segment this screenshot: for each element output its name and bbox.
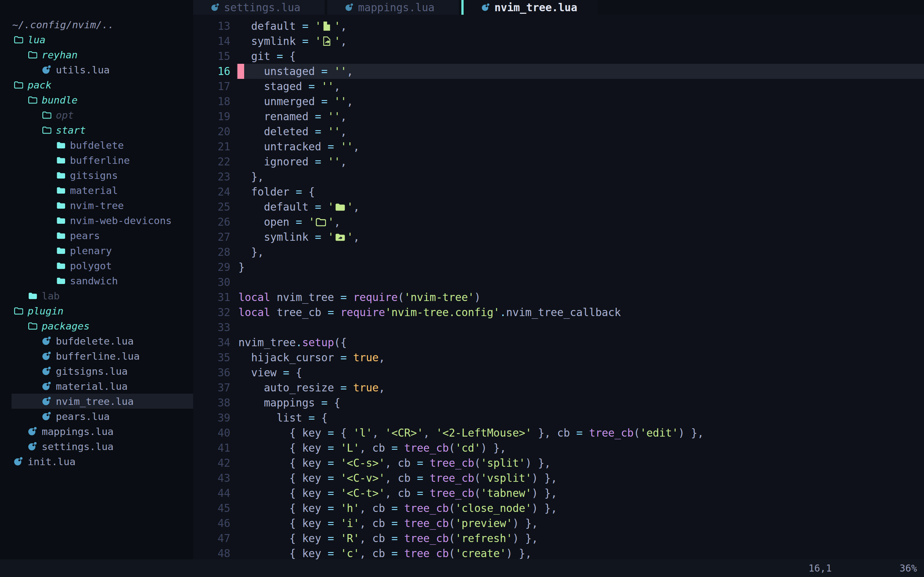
tree-item-bufferline[interactable]: bufferline — [55, 153, 130, 168]
code-line-39[interactable]: 39 list = { — [193, 410, 924, 425]
file-symlink-glyph-icon — [321, 34, 334, 49]
lua-icon — [26, 441, 38, 452]
code-line-33[interactable]: 33 — [193, 320, 924, 335]
tree-item-nvim-web-devicons[interactable]: nvim-web-devicons — [55, 213, 172, 228]
tree-item-material[interactable]: material — [55, 183, 118, 198]
code-line-19[interactable]: 19 renamed = '', — [193, 109, 924, 124]
code-line-48[interactable]: 48 { key = 'c', cb = tree_cb('create') }… — [193, 546, 924, 559]
code-line-42[interactable]: 42 { key = '<C-s>', cb = tree_cb('split'… — [193, 456, 924, 471]
lua-icon — [40, 350, 52, 362]
statusline: 16,1 36% — [0, 559, 924, 577]
code-line-28[interactable]: 28 }, — [193, 245, 924, 259]
code-line-14[interactable]: 14 symlink = '', — [193, 34, 924, 49]
tree-item-label: plenary — [70, 245, 112, 256]
code-line-30[interactable]: 30 — [193, 275, 924, 290]
tree-item-polygot[interactable]: polygot — [55, 258, 112, 273]
line-number: 15 — [193, 49, 230, 64]
code-line-24[interactable]: 24 folder = { — [193, 184, 924, 199]
tree-item-sandwich[interactable]: sandwich — [55, 273, 118, 288]
code-line-43[interactable]: 43 { key = '<C-v>', cb = tree_cb('vsplit… — [193, 471, 924, 486]
tree-item-bufferline.lua[interactable]: bufferline.lua — [40, 348, 140, 364]
code-line-40[interactable]: 40 { key = { 'l', '<CR>', '<2-LeftMouse>… — [193, 425, 924, 440]
line-number: 43 — [193, 471, 230, 486]
tree-item-start[interactable]: start — [40, 122, 86, 137]
tree-item-label: utils.lua — [56, 64, 110, 76]
code-line-15[interactable]: 15 git = { — [193, 49, 924, 64]
line-number: 47 — [193, 531, 230, 546]
folder-open-icon — [26, 320, 38, 332]
neovim-window: ~/.config/nvim/..luareyhanutils.luapackb… — [0, 0, 924, 577]
folder-open-icon — [40, 109, 52, 121]
tree-item-nvim_tree.lua[interactable]: nvim_tree.lua — [40, 394, 134, 409]
tree-item-gitsigns[interactable]: gitsigns — [55, 168, 118, 183]
code-line-29[interactable]: 29} — [193, 259, 924, 275]
code-line-36[interactable]: 36 view = { — [193, 365, 924, 380]
lua-icon — [344, 3, 354, 12]
tree-item-pears[interactable]: pears — [55, 228, 100, 243]
tree-item-lua[interactable]: lua — [12, 32, 45, 47]
lua-icon — [40, 380, 52, 392]
tab-nvim_tree.lua[interactable]: nvim_tree.lua — [464, 0, 598, 15]
editor-buffer[interactable]: 13 default = '',14 symlink = '',15 git =… — [193, 15, 924, 559]
tree-item-pack[interactable]: pack — [12, 77, 52, 92]
code-line-13[interactable]: 13 default = '', — [193, 19, 924, 34]
code-line-23[interactable]: 23 }, — [193, 169, 924, 184]
tree-item-gitsigns.lua[interactable]: gitsigns.lua — [40, 364, 128, 379]
code-line-34[interactable]: 34nvim_tree.setup({ — [193, 335, 924, 350]
code-line-41[interactable]: 41 { key = 'L', cb = tree_cb('cd') }, — [193, 440, 924, 456]
tab-settings.lua[interactable]: settings.lua — [193, 0, 325, 15]
tree-item-reyhan[interactable]: reyhan — [26, 47, 78, 62]
code-line-32[interactable]: 32local tree_cb = require'nvim-tree.conf… — [193, 305, 924, 320]
folder-closed-icon — [55, 155, 66, 166]
code-line-47[interactable]: 47 { key = 'R', cb = tree_cb('refresh') … — [193, 531, 924, 546]
nvim-tree-panel[interactable]: ~/.config/nvim/..luareyhanutils.luapackb… — [0, 0, 193, 559]
code-line-31[interactable]: 31local nvim_tree = require('nvim-tree') — [193, 290, 924, 305]
code-line-27[interactable]: 27 symlink = '', — [193, 229, 924, 245]
line-number: 33 — [193, 320, 230, 335]
code-line-16[interactable]: 16 unstaged = '', — [193, 64, 924, 79]
tree-item-init.lua[interactable]: init.lua — [12, 454, 75, 469]
code-line-25[interactable]: 25 default = '', — [193, 199, 924, 214]
code-line-46[interactable]: 46 { key = 'i', cb = tree_cb('preview') … — [193, 516, 924, 531]
code-line-17[interactable]: 17 staged = '', — [193, 79, 924, 94]
line-number: 26 — [193, 214, 230, 229]
tab-mappings.lua[interactable]: mappings.lua — [327, 0, 459, 15]
code-line-26[interactable]: 26 open = '', — [193, 214, 924, 229]
code-line-44[interactable]: 44 { key = '<C-t>', cb = tree_cb('tabnew… — [193, 486, 924, 501]
line-number: 16 — [193, 64, 230, 79]
code-line-35[interactable]: 35 hijack_cursor = true, — [193, 350, 924, 365]
line-number: 24 — [193, 184, 230, 199]
folder-closed-icon — [55, 169, 66, 181]
line-number: 23 — [193, 169, 230, 184]
tree-item-settings.lua[interactable]: settings.lua — [26, 439, 113, 454]
folder-open-icon — [12, 79, 24, 91]
line-number: 42 — [193, 456, 230, 471]
code-line-18[interactable]: 18 unmerged = '', — [193, 94, 924, 109]
tree-item-bufdelete.lua[interactable]: bufdelete.lua — [40, 334, 134, 348]
tree-item-mappings.lua[interactable]: mappings.lua — [26, 424, 113, 439]
tree-item-pears.lua[interactable]: pears.lua — [40, 409, 110, 424]
tree-item-bundle[interactable]: bundle — [26, 92, 78, 107]
tree-item-nvim-tree[interactable]: nvim-tree — [55, 198, 124, 213]
folder-closed-icon — [55, 185, 66, 196]
tree-root-path[interactable]: ~/.config/nvim/.. — [12, 17, 114, 32]
tree-item-label: bufferline — [70, 155, 130, 166]
tree-item-label: sandwich — [70, 275, 118, 287]
lua-icon — [40, 411, 52, 422]
code-line-20[interactable]: 20 deleted = '', — [193, 124, 924, 139]
code-line-21[interactable]: 21 untracked = '', — [193, 139, 924, 154]
line-number: 22 — [193, 154, 230, 169]
tree-item-bufdelete[interactable]: bufdelete — [55, 137, 124, 153]
tree-item-lab[interactable]: lab — [26, 288, 60, 303]
code-line-45[interactable]: 45 { key = 'h', cb = tree_cb('close_node… — [193, 501, 924, 516]
tree-item-plugin[interactable]: plugin — [12, 303, 63, 318]
code-line-22[interactable]: 22 ignored = '', — [193, 154, 924, 169]
tree-item-utils.lua[interactable]: utils.lua — [40, 62, 110, 77]
tree-item-plenary[interactable]: plenary — [55, 243, 112, 258]
tree-item-label: nvim_tree.lua — [56, 396, 134, 407]
code-line-37[interactable]: 37 auto_resize = true, — [193, 380, 924, 395]
tree-item-opt[interactable]: opt — [40, 107, 74, 122]
tree-item-material.lua[interactable]: material.lua — [40, 379, 128, 394]
tree-item-packages[interactable]: packages — [26, 318, 89, 334]
code-line-38[interactable]: 38 mappings = { — [193, 395, 924, 410]
